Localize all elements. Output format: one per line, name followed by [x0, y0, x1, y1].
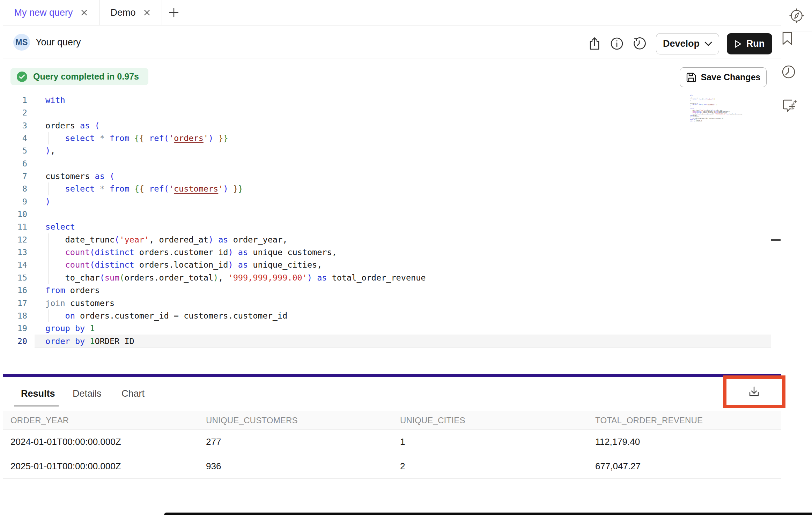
compass-icon — [789, 8, 804, 23]
play-icon — [735, 40, 741, 48]
sidebar-item-history[interactable] — [781, 65, 812, 98]
table-cell: 2025-01-01T00:00:00.000Z — [10, 461, 206, 472]
code-line[interactable]: with — [35, 94, 771, 106]
active-tab-underline — [14, 405, 59, 406]
table-cell: 677,047.27 — [595, 461, 781, 472]
tab-chart[interactable]: Chart — [121, 377, 145, 411]
column-header: UNIQUE_CITIES — [400, 416, 595, 425]
download-icon — [748, 386, 760, 397]
tab-details[interactable]: Details — [73, 377, 102, 411]
line-number: 18 — [3, 309, 27, 322]
column-header: UNIQUE_CUSTOMERS — [206, 416, 400, 425]
query-header: MS Your query Develop — [3, 25, 781, 59]
plus-icon — [168, 7, 179, 18]
line-number: 13 — [3, 246, 27, 259]
tab-my-new-query[interactable]: My new query — [3, 0, 100, 25]
success-check-icon — [17, 72, 27, 82]
close-icon[interactable] — [143, 8, 151, 17]
scrollbar-thumb[interactable] — [771, 239, 781, 241]
code-line[interactable] — [35, 208, 771, 221]
chevron-down-icon — [704, 42, 712, 46]
tab-label: Demo — [110, 7, 135, 18]
sql-editor[interactable]: 1234567891011121314151617181920 withorde… — [3, 92, 771, 374]
code-line[interactable]: ) — [35, 195, 771, 208]
line-number: 3 — [3, 119, 27, 132]
code-line[interactable]: order by 1ORDER_ID — [35, 335, 771, 348]
develop-dropdown[interactable]: Develop — [656, 33, 719, 54]
tab-label: My new query — [14, 7, 73, 18]
line-number-gutter: 1234567891011121314151617181920 — [3, 94, 27, 348]
code-line[interactable]: orders as ( — [35, 119, 771, 132]
share-button[interactable] — [587, 36, 602, 51]
line-number: 9 — [3, 195, 27, 208]
sidebar-item-ai-assistant[interactable] — [781, 98, 812, 131]
bookmark-icon — [781, 31, 793, 45]
table-cell: 1 — [400, 436, 595, 447]
history-button[interactable] — [632, 36, 647, 51]
code-line[interactable] — [35, 157, 771, 170]
table-cell: 2 — [400, 461, 595, 472]
info-button[interactable] — [609, 36, 625, 51]
run-button[interactable]: Run — [727, 33, 772, 54]
develop-label: Develop — [663, 38, 700, 49]
line-number: 7 — [3, 170, 27, 182]
code-line[interactable]: from orders — [35, 284, 771, 297]
history-icon — [633, 37, 646, 50]
code-line[interactable]: select — [35, 221, 771, 233]
code-line[interactable]: select * from {{ ref('customers') }} — [35, 182, 771, 195]
code-line[interactable]: group by 1 — [35, 322, 771, 335]
code-line[interactable]: date_trunc('year', ordered_at) as order_… — [35, 233, 771, 246]
table-row[interactable]: 2025-01-01T00:00:00.000Z9362677,047.27 — [3, 454, 781, 479]
code-line[interactable]: to_char(sum(orders.order_total), '999,99… — [35, 271, 771, 284]
line-number: 1 — [3, 94, 27, 106]
table-cell: 2024-01-01T00:00:00.000Z — [10, 436, 206, 447]
line-number: 6 — [3, 157, 27, 170]
code-lines[interactable]: withorders as ( select * from {{ ref('or… — [35, 94, 771, 348]
save-changes-button[interactable]: Save Changes — [680, 67, 767, 87]
query-ide-window: My new query Demo MS Your query — [0, 0, 812, 515]
editor-tab-bar: My new query Demo — [3, 0, 781, 25]
line-number: 14 — [3, 259, 27, 271]
line-number: 12 — [3, 233, 27, 246]
code-line[interactable]: customers as ( — [35, 170, 771, 182]
sidebar-item-bookmarks[interactable] — [781, 31, 812, 65]
code-line[interactable]: join customers — [35, 297, 771, 309]
code-line[interactable]: select * from {{ ref('orders') }} — [35, 132, 771, 144]
line-number: 19 — [3, 322, 27, 335]
panel-resize-divider[interactable] — [3, 374, 781, 377]
right-icon-sidebar — [781, 0, 812, 513]
line-number: 11 — [3, 221, 27, 233]
table-cell: 936 — [206, 461, 400, 472]
code-line[interactable]: count(distinct orders.location_id) as un… — [35, 259, 771, 271]
run-label: Run — [746, 38, 765, 49]
line-number: 8 — [3, 182, 27, 195]
save-icon — [686, 72, 696, 83]
close-icon[interactable] — [80, 8, 88, 17]
code-line[interactable]: ), — [35, 144, 771, 157]
code-line[interactable] — [35, 106, 771, 119]
line-number: 5 — [3, 144, 27, 157]
table-header-row: ORDER_YEARUNIQUE_CUSTOMERSUNIQUE_CITIEST… — [3, 411, 781, 430]
results-table: ORDER_YEARUNIQUE_CUSTOMERSUNIQUE_CITIEST… — [3, 411, 781, 479]
page-title: Your query — [36, 25, 81, 59]
bottom-window-edge — [164, 513, 812, 515]
table-cell: 277 — [206, 436, 400, 447]
status-text: Query completed in 0.97s — [33, 72, 139, 82]
code-line[interactable]: count(distinct orders.customer_id) as un… — [35, 246, 771, 259]
table-row[interactable]: 2024-01-01T00:00:00.000Z2771112,179.40 — [3, 430, 781, 454]
code-line[interactable]: on orders.customer_id = customers.custom… — [35, 309, 771, 322]
query-status-badge: Query completed in 0.97s — [10, 68, 148, 85]
sidebar-item-explore[interactable] — [781, 0, 812, 31]
info-icon — [610, 37, 623, 50]
tab-demo[interactable]: Demo — [100, 0, 162, 25]
column-header: ORDER_YEAR — [10, 416, 206, 425]
save-label: Save Changes — [701, 72, 761, 82]
results-tab-bar: Results Details Chart — [3, 377, 781, 411]
avatar[interactable]: MS — [13, 34, 30, 51]
download-results-button[interactable] — [742, 382, 766, 401]
new-tab-button[interactable] — [162, 0, 186, 25]
line-number: 4 — [3, 132, 27, 144]
ai-chat-icon — [781, 98, 797, 114]
line-number: 2 — [3, 106, 27, 119]
table-cell: 112,179.40 — [595, 436, 781, 447]
